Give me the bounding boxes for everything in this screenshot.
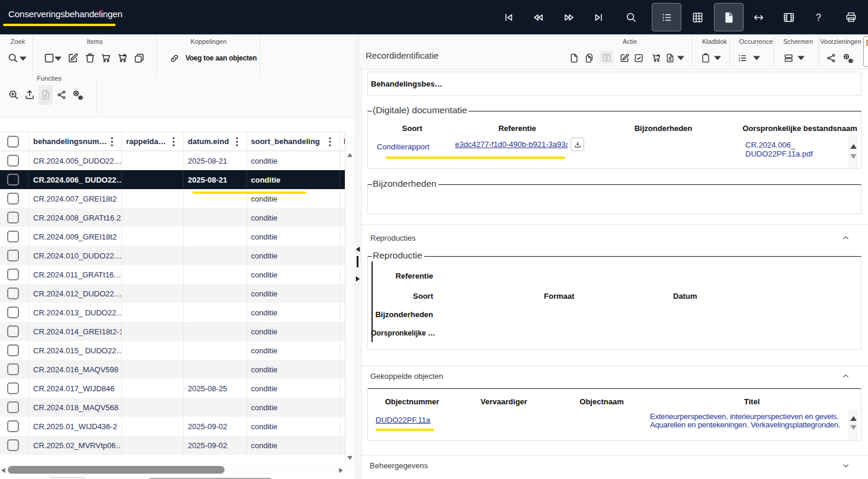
row-checkbox[interactable] xyxy=(7,439,19,451)
row-checkbox[interactable] xyxy=(7,382,19,394)
record-cart-add-button[interactable] xyxy=(649,51,664,65)
table-row[interactable]: CR.2024.011_GRATt16.… conditie xyxy=(0,265,345,284)
collapse-gekoppelde-button[interactable] xyxy=(841,372,850,381)
search-button[interactable] xyxy=(619,3,643,31)
cart-button[interactable] xyxy=(98,50,114,66)
column-header-datum-eind[interactable]: datum.eind xyxy=(184,132,247,151)
add-to-objects-button[interactable]: Voeg toe aan objecten xyxy=(169,50,257,66)
table-row[interactable]: CR.2024.012_DUDO22… conditie xyxy=(0,284,345,303)
edit-record-button[interactable] xyxy=(617,51,632,65)
splitter-drag-handle[interactable] xyxy=(357,256,358,267)
list-view-button-active[interactable] xyxy=(652,3,681,31)
row-checkbox[interactable] xyxy=(7,231,19,242)
scroll-right-arrow[interactable] xyxy=(339,468,343,473)
skip-to-last-button[interactable] xyxy=(587,3,610,31)
settings-button[interactable] xyxy=(69,87,86,103)
row-checkbox[interactable] xyxy=(7,174,19,186)
table-row[interactable]: CR.2024.005_DUDO22… 2025-08-21 conditie xyxy=(0,151,345,170)
screens-caret[interactable] xyxy=(797,56,805,60)
copy-record-button[interactable] xyxy=(581,51,595,65)
report-button[interactable] xyxy=(663,51,677,65)
occurrence-down-button[interactable] xyxy=(850,423,857,427)
table-row[interactable]: CR.2024.017_WIJD846 2025-08-25 conditie xyxy=(0,379,345,398)
table-row[interactable]: CR.2025.01_WIJD436-2 2025-09-02 conditie xyxy=(0,417,345,436)
table-row[interactable]: CR.2024.015_ DUDO22… conditie xyxy=(0,341,345,360)
search-dropdown-caret[interactable] xyxy=(20,56,27,60)
row-checkbox[interactable] xyxy=(7,269,19,280)
upload-button[interactable] xyxy=(22,87,37,103)
column-header-soort-behandeling[interactable]: soort_behandeling xyxy=(247,132,341,151)
table-row[interactable]: CR.2024.013_ DUDO22… conditie xyxy=(0,303,345,322)
scroll-left-arrow[interactable] xyxy=(1,468,5,473)
next-set-button[interactable] xyxy=(557,3,581,31)
vertical-scrollbar[interactable] xyxy=(345,132,354,465)
horizontal-scrollbar[interactable] xyxy=(0,465,345,475)
row-checkbox[interactable] xyxy=(7,306,19,318)
table-row[interactable]: CR.2024.016_MAQV598 conditie xyxy=(0,360,345,379)
select-all-checkbox[interactable] xyxy=(7,136,19,148)
row-checkbox[interactable] xyxy=(7,325,19,337)
search-records-button[interactable] xyxy=(5,50,21,66)
scroll-down-arrow[interactable] xyxy=(347,456,353,460)
table-row[interactable]: CR.2024.018_MAQV568 conditie xyxy=(0,398,345,417)
column-menu-icon[interactable] xyxy=(111,137,113,146)
skip-to-first-button[interactable] xyxy=(497,3,520,31)
column-header-partial[interactable]: l xyxy=(340,132,345,151)
record-share-button[interactable] xyxy=(825,52,838,65)
clipped-side-button[interactable] xyxy=(863,36,868,67)
doc-value-soort[interactable]: Conditierapport xyxy=(377,142,430,151)
panel-splitter[interactable] xyxy=(354,34,360,479)
row-checkbox[interactable] xyxy=(7,401,19,413)
occurrence-up-button[interactable] xyxy=(850,414,857,419)
doc-referentie-link[interactable]: e3dc4277-f1d0-490b-b921-3a93a xyxy=(455,140,568,149)
copy-item-button[interactable] xyxy=(132,50,147,66)
grid-view-button[interactable] xyxy=(686,3,709,31)
table-row[interactable]: CR.2025.02_MVRVtp06… 2025-09-02 conditie xyxy=(0,436,345,455)
column-menu-icon[interactable] xyxy=(236,137,238,146)
row-checkbox[interactable] xyxy=(7,420,19,432)
previous-set-button[interactable] xyxy=(526,3,550,31)
table-row[interactable]: CR.2024.009_GREI18t2 conditie xyxy=(0,227,345,246)
report-caret[interactable] xyxy=(677,56,684,60)
expand-panel-button[interactable] xyxy=(747,3,770,31)
row-checkbox[interactable] xyxy=(7,212,19,223)
tasks-button[interactable] xyxy=(632,51,646,65)
collapse-left-arrow[interactable] xyxy=(355,247,360,252)
column-header-rappeldatum[interactable]: rappelda… xyxy=(122,132,184,151)
section-title-beheergegevens[interactable]: Beheergegevens xyxy=(370,461,428,470)
row-checkbox[interactable] xyxy=(7,363,19,375)
column-menu-icon[interactable] xyxy=(329,137,331,146)
clipboard-button[interactable] xyxy=(699,51,713,65)
table-row[interactable]: CR.2024.010_DUDO22… conditie xyxy=(0,246,345,265)
table-row-selected[interactable]: CR.2024.006_ DUDO22… 2025-08-21 conditie xyxy=(0,170,345,189)
occurrence-caret[interactable] xyxy=(753,56,760,60)
collapse-reproducties-button[interactable] xyxy=(841,234,850,242)
gek-titel-value[interactable]: Exterieurperspectieven, interieurperspec… xyxy=(650,413,851,430)
row-checkbox[interactable] xyxy=(7,288,19,299)
record-settings-button[interactable] xyxy=(840,50,856,66)
collapse-right-arrow[interactable] xyxy=(355,276,360,282)
horizontal-scroll-thumb[interactable] xyxy=(8,466,225,474)
media-view-button[interactable] xyxy=(777,3,800,31)
row-checkbox[interactable] xyxy=(7,344,19,356)
clipboard-caret[interactable] xyxy=(714,56,721,60)
save-record-button-disabled[interactable] xyxy=(600,50,613,64)
table-row[interactable]: CR.2024.014_GREI18t2-1 conditie xyxy=(0,322,345,341)
column-header-behandelingsnummer[interactable]: behandelingsnum… xyxy=(29,132,122,151)
edit-item-button[interactable] xyxy=(65,50,81,66)
cart-add-button[interactable] xyxy=(115,50,130,66)
section-title-gekoppelde[interactable]: Gekoppelde objecten xyxy=(370,372,443,381)
gek-objectnummer-link[interactable]: DUDO22PF.11a xyxy=(376,416,430,424)
select-items-caret[interactable] xyxy=(55,56,62,60)
help-button[interactable]: ? xyxy=(806,3,830,31)
expand-beheergegevens-button[interactable] xyxy=(841,461,850,470)
excel-export-button-disabled[interactable] xyxy=(39,85,53,105)
column-menu-icon[interactable] xyxy=(172,137,175,146)
row-checkbox[interactable] xyxy=(7,155,19,167)
zoom-in-button[interactable] xyxy=(6,87,21,103)
print-button[interactable] xyxy=(839,3,863,31)
detail-view-button-active[interactable] xyxy=(714,3,744,31)
occurrence-list-button[interactable] xyxy=(735,51,750,65)
row-checkbox[interactable] xyxy=(7,250,19,261)
doc-value-bestandsnaam[interactable]: CR.2024.006_ DUDO22PF.11a.pdf xyxy=(745,141,813,158)
